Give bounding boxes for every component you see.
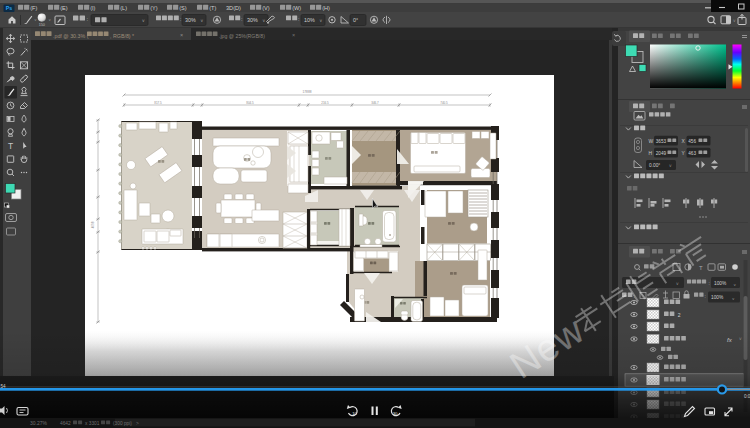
svg-text:(F): (F) xyxy=(30,5,37,11)
svg-text:x 3301: x 3301 xyxy=(85,421,100,426)
svg-text:(L): (L) xyxy=(120,5,127,11)
svg-text:˅: ˅ xyxy=(676,282,679,287)
svg-text:>: > xyxy=(136,421,139,426)
svg-text:4698: 4698 xyxy=(91,221,95,228)
svg-text:(V): (V) xyxy=(262,5,270,11)
svg-text:30%: 30% xyxy=(185,17,196,23)
svg-text:˅: ˅ xyxy=(201,19,204,24)
svg-text:2049: 2049 xyxy=(656,151,667,156)
svg-text:216.5: 216.5 xyxy=(321,101,329,105)
svg-text:54: 54 xyxy=(1,384,7,389)
svg-text:100%: 100% xyxy=(714,281,727,286)
svg-text:10: 10 xyxy=(352,411,357,416)
svg-text:30%: 30% xyxy=(247,17,258,23)
svg-text:(300 ppi): (300 ppi) xyxy=(113,421,132,426)
svg-text:˅: ˅ xyxy=(263,19,266,24)
svg-text:346.7: 346.7 xyxy=(371,101,379,105)
svg-text:, RGB/8) *: , RGB/8) * xyxy=(110,33,134,39)
svg-text:0.00°: 0.00° xyxy=(649,163,660,168)
svg-text:3653: 3653 xyxy=(656,139,667,144)
svg-text::: : xyxy=(180,16,181,22)
svg-text:(H): (H) xyxy=(322,5,330,11)
svg-text:.pdf @ 30.3% (: .pdf @ 30.3% ( xyxy=(53,33,89,39)
svg-text:.jpg @ 25%(RGB/8): .jpg @ 25%(RGB/8) xyxy=(219,33,265,39)
svg-text:817.5: 817.5 xyxy=(154,101,162,105)
svg-text:T: T xyxy=(699,265,703,271)
svg-text:˅: ˅ xyxy=(733,19,736,24)
svg-text:17888: 17888 xyxy=(303,90,312,94)
svg-text:˅: ˅ xyxy=(669,164,672,169)
svg-text:456: 456 xyxy=(688,139,696,144)
svg-text:×: × xyxy=(180,32,183,38)
svg-text:(W): (W) xyxy=(292,5,301,11)
svg-text:Ps: Ps xyxy=(6,5,12,11)
svg-text:(T): (T) xyxy=(209,5,216,11)
svg-text::: : xyxy=(705,294,706,299)
svg-text:˅: ˅ xyxy=(320,19,323,24)
svg-text:0°: 0° xyxy=(353,17,358,23)
svg-text:W: W xyxy=(649,139,654,144)
svg-text:30.27%: 30.27% xyxy=(30,420,48,426)
svg-text:150: 150 xyxy=(39,23,45,27)
svg-text:(S): (S) xyxy=(179,5,187,11)
svg-text:3D(D): 3D(D) xyxy=(226,5,241,11)
svg-text:0:0: 0:0 xyxy=(744,394,750,399)
svg-text::: : xyxy=(241,16,242,22)
svg-text:30: 30 xyxy=(393,411,398,416)
svg-text:2: 2 xyxy=(678,312,681,318)
svg-text:100%: 100% xyxy=(711,295,724,300)
svg-text:10%: 10% xyxy=(304,17,315,23)
svg-text:740.5: 740.5 xyxy=(440,101,448,105)
svg-text:˅: ˅ xyxy=(142,19,145,24)
svg-text:(I): (I) xyxy=(90,5,95,11)
svg-text:H: H xyxy=(649,151,653,156)
svg-text:(Y): (Y) xyxy=(150,5,158,11)
svg-text:(E): (E) xyxy=(60,5,68,11)
svg-text::: : xyxy=(709,281,710,286)
svg-text:4642: 4642 xyxy=(60,421,71,426)
svg-text:T: T xyxy=(8,141,13,151)
svg-text:463: 463 xyxy=(688,151,696,156)
svg-text::: : xyxy=(298,16,299,22)
svg-text:804.5: 804.5 xyxy=(246,101,254,105)
svg-text:×: × xyxy=(292,32,295,38)
